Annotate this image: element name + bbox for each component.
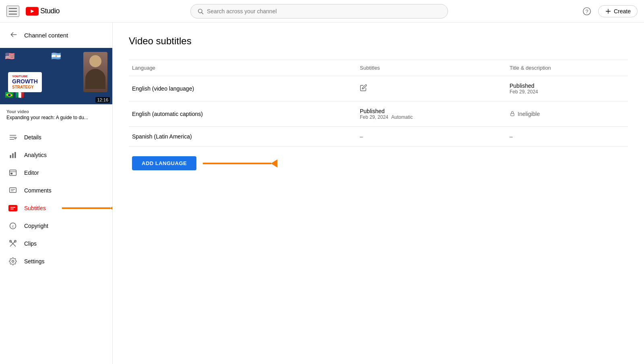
- create-button[interactable]: Create: [598, 5, 638, 17]
- details-label: Details: [24, 134, 41, 141]
- svg-text:c: c: [12, 224, 14, 228]
- video-title: Expanding your reach: A guide to du...: [6, 115, 106, 120]
- thumbnail-title-box: YOUTUBE GROWTH STRATEGY: [8, 72, 42, 92]
- sidebar-item-editor[interactable]: Editor: [0, 164, 112, 182]
- person-head: [89, 55, 101, 67]
- help-icon: ?: [582, 7, 591, 16]
- clips-icon: [8, 239, 18, 248]
- row2-subtitles-status: Published: [360, 108, 497, 114]
- header-center: [60, 4, 579, 19]
- search-input[interactable]: [207, 8, 441, 14]
- header: Studio ? Create: [0, 0, 644, 23]
- comments-label: Comments: [24, 187, 52, 194]
- add-arrow-body: [203, 163, 271, 164]
- video-info: Your video Expanding your reach: A guide…: [0, 104, 112, 125]
- table-row: English (video language) Published Feb 2…: [129, 76, 628, 101]
- youtube-logo-icon: [26, 7, 39, 16]
- row1-language: English (video language): [129, 76, 353, 101]
- action-row: ADD LANGUAGE: [129, 147, 628, 180]
- svg-rect-8: [10, 155, 11, 158]
- ineligible-cell: Ineligible: [510, 110, 621, 118]
- add-language-arrow-annotation: [203, 159, 277, 168]
- flag-ar: 🇦🇷: [51, 51, 61, 61]
- lock-icon: [510, 110, 515, 118]
- thumbnail-growth-text: GROWTH: [12, 78, 38, 85]
- person-body: [85, 69, 105, 89]
- subtitles-arrow-body: [62, 207, 110, 209]
- thumbnail-strategy-text: STRATEGY: [12, 85, 38, 90]
- col-language: Language: [129, 60, 353, 76]
- help-button[interactable]: ?: [579, 3, 595, 19]
- svg-rect-9: [12, 153, 13, 158]
- svg-text:?: ?: [585, 8, 588, 14]
- table-header-row: Language Subtitles Title & description: [129, 60, 628, 76]
- video-thumbnail[interactable]: 🇺🇸 🇦🇷 🇯🇵 🇧🇷 🇮🇹 YOUTUBE GROWTH STRATEGY: [0, 48, 112, 104]
- editor-label: Editor: [24, 170, 39, 176]
- search-bar: [190, 4, 448, 19]
- svg-rect-7: [606, 11, 611, 11]
- svg-rect-10: [14, 152, 16, 158]
- add-language-button[interactable]: ADD LANGUAGE: [132, 156, 196, 170]
- header-right: ? Create: [579, 3, 638, 19]
- subtitles-arrow-annotation: [62, 205, 113, 212]
- col-title-desc: Title & description: [503, 60, 628, 76]
- col-subtitles: Subtitles: [353, 60, 503, 76]
- clips-label: Clips: [24, 240, 37, 247]
- row1-title-desc: Published Feb 29, 2024: [503, 76, 628, 101]
- svg-rect-11: [10, 170, 17, 175]
- svg-rect-14: [10, 188, 17, 192]
- subtitles-arrow-head: [110, 205, 113, 212]
- content-area: Video subtitles Language Subtitles Title…: [113, 23, 644, 364]
- table-body: English (video language) Published Feb 2…: [129, 76, 628, 147]
- row2-title-status: Ineligible: [518, 111, 540, 117]
- create-plus-icon: [605, 8, 611, 14]
- copyright-icon: c: [8, 221, 18, 231]
- flag-us: 🇺🇸: [5, 51, 15, 61]
- menu-button[interactable]: [6, 6, 19, 17]
- row1-title-status: Published: [510, 83, 621, 89]
- row2-language: English (automatic captions): [129, 101, 353, 127]
- page-title: Video subtitles: [129, 35, 628, 47]
- sidebar-item-comments[interactable]: Comments: [0, 182, 112, 199]
- subtitles-icon: [8, 203, 18, 213]
- row2-subtitles: Published Feb 29, 2024 Automatic: [353, 101, 503, 127]
- editor-icon: [8, 168, 18, 178]
- header-left: Studio: [6, 6, 60, 17]
- back-arrow-icon: [10, 31, 18, 39]
- svg-rect-13: [10, 173, 12, 174]
- sidebar-item-copyright[interactable]: c Copyright: [0, 217, 112, 235]
- row1-title-date: Feb 29, 2024: [510, 89, 621, 95]
- comments-icon: [8, 186, 18, 195]
- row3-language: Spanish (Latin America): [129, 127, 353, 147]
- thumbnail-yt-text: YOUTUBE: [12, 74, 38, 79]
- svg-line-3: [202, 12, 203, 14]
- row3-title-desc: –: [503, 127, 628, 147]
- analytics-icon: [8, 150, 18, 160]
- sidebar-item-clips[interactable]: Clips: [0, 235, 112, 252]
- back-button[interactable]: [8, 29, 19, 41]
- settings-label: Settings: [24, 258, 45, 265]
- sidebar: Channel content 🇺🇸 🇦🇷 🇯🇵 🇧🇷 🇮🇹 YOUTUBE G…: [0, 23, 113, 364]
- sidebar-item-details[interactable]: Details: [0, 128, 112, 146]
- row3-subtitles: –: [353, 127, 503, 147]
- your-video-label: Your video: [6, 109, 106, 114]
- table-row: Spanish (Latin America) – –: [129, 127, 628, 147]
- row2-title-desc: Ineligible: [503, 101, 628, 127]
- edit-subtitles-icon[interactable]: [360, 85, 367, 93]
- create-label: Create: [614, 8, 631, 14]
- settings-icon: [8, 256, 18, 266]
- subtitles-label: Subtitles: [24, 205, 46, 211]
- sidebar-item-subtitles[interactable]: Subtitles: [0, 199, 112, 217]
- logo-text: Studio: [40, 7, 60, 15]
- table-header: Language Subtitles Title & description: [129, 60, 628, 76]
- subtitles-icon-bg: [8, 205, 17, 211]
- logo[interactable]: Studio: [26, 7, 60, 16]
- channel-content-title: Channel content: [24, 32, 68, 39]
- sidebar-item-analytics[interactable]: Analytics: [0, 146, 112, 164]
- analytics-label: Analytics: [24, 152, 47, 158]
- row1-subtitles: [353, 76, 503, 101]
- subtitles-table: Language Subtitles Title & description E…: [129, 60, 628, 147]
- sidebar-nav: Details Analytics: [0, 125, 112, 273]
- svg-point-26: [12, 261, 14, 263]
- sidebar-item-settings[interactable]: Settings: [0, 252, 112, 270]
